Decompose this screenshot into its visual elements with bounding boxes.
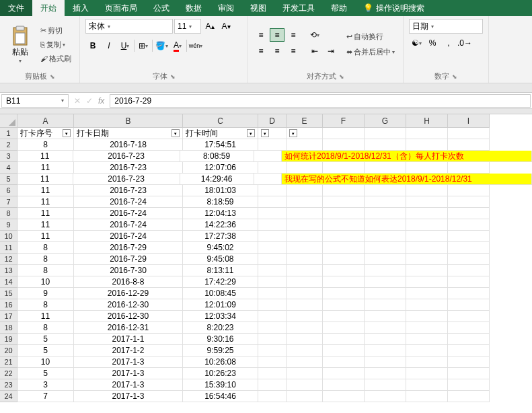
- increase-font-button[interactable]: A▴: [202, 20, 217, 33]
- cell[interactable]: [323, 299, 365, 311]
- cell[interactable]: 17:42:29: [183, 276, 258, 288]
- cell[interactable]: [365, 288, 406, 299]
- cell[interactable]: [448, 356, 490, 368]
- cell[interactable]: [406, 379, 448, 391]
- col-header-e[interactable]: E: [287, 114, 323, 128]
- row-header[interactable]: 9: [0, 219, 17, 231]
- cell[interactable]: 10: [17, 276, 74, 288]
- cell[interactable]: 11: [17, 231, 74, 242]
- cell[interactable]: [365, 345, 406, 356]
- cell[interactable]: ▾: [287, 128, 323, 139]
- cell[interactable]: [448, 322, 490, 334]
- align-right-button[interactable]: ≡: [286, 44, 301, 58]
- cell[interactable]: [258, 299, 287, 311]
- row-header[interactable]: 2: [0, 139, 17, 151]
- cell[interactable]: [323, 254, 365, 265]
- cell[interactable]: [258, 379, 287, 391]
- cell[interactable]: [258, 219, 287, 231]
- cell[interactable]: 2016-7-23: [73, 151, 180, 162]
- cell[interactable]: [448, 185, 490, 196]
- cell[interactable]: [254, 151, 282, 162]
- tab-file[interactable]: 文件: [0, 0, 32, 16]
- cell[interactable]: 8: [17, 139, 74, 151]
- cell[interactable]: [323, 356, 365, 368]
- phonetic-button[interactable]: wén▾: [188, 39, 203, 52]
- cell[interactable]: 8: [17, 254, 74, 265]
- accounting-format-button[interactable]: ☯▾: [409, 36, 424, 50]
- cell[interactable]: 17:27:38: [183, 231, 258, 242]
- cell[interactable]: [287, 334, 323, 345]
- cell[interactable]: [365, 242, 406, 254]
- cell[interactable]: 11: [17, 185, 74, 196]
- filter-button[interactable]: ▾: [261, 129, 269, 137]
- row-header[interactable]: 21: [0, 356, 17, 368]
- align-top-button[interactable]: ≡: [254, 28, 268, 42]
- cell[interactable]: [287, 208, 323, 219]
- tab-formula[interactable]: 公式: [145, 0, 178, 16]
- cell[interactable]: [365, 254, 406, 265]
- cell[interactable]: 17:54:51: [183, 139, 258, 151]
- cell[interactable]: 11: [17, 196, 74, 208]
- cell[interactable]: [448, 219, 490, 231]
- cell[interactable]: 2016-7-23: [74, 185, 183, 196]
- cell[interactable]: [448, 242, 490, 254]
- cell[interactable]: [258, 391, 287, 402]
- cell[interactable]: [448, 368, 490, 379]
- cell[interactable]: [406, 254, 448, 265]
- increase-decimal-button[interactable]: .0→: [457, 36, 472, 50]
- bold-button[interactable]: B: [85, 39, 100, 52]
- cell[interactable]: [323, 288, 365, 299]
- cell[interactable]: [365, 162, 406, 174]
- paste-button[interactable]: 粘贴 ▾: [5, 24, 35, 65]
- cell[interactable]: [287, 139, 323, 151]
- cell[interactable]: 9: [17, 288, 74, 299]
- cell[interactable]: [258, 356, 287, 368]
- col-header-c[interactable]: C: [183, 114, 258, 128]
- cell[interactable]: 2017-1-3: [74, 391, 183, 402]
- cell[interactable]: [406, 219, 448, 231]
- cell[interactable]: [323, 242, 365, 254]
- cell[interactable]: 2017-1-1: [74, 334, 183, 345]
- cell[interactable]: 11: [17, 219, 74, 231]
- cell[interactable]: [365, 322, 406, 334]
- cell[interactable]: 7: [17, 391, 74, 402]
- cell[interactable]: [323, 379, 365, 391]
- cell[interactable]: 14:22:36: [183, 219, 258, 231]
- cell[interactable]: [287, 276, 323, 288]
- cell[interactable]: [323, 276, 365, 288]
- cell[interactable]: [258, 196, 287, 208]
- cell[interactable]: [406, 231, 448, 242]
- cell[interactable]: [323, 128, 365, 139]
- cell[interactable]: [258, 231, 287, 242]
- cell[interactable]: 11: [17, 208, 74, 219]
- cell[interactable]: [258, 322, 287, 334]
- cell[interactable]: [448, 299, 490, 311]
- cell[interactable]: 8: [17, 242, 74, 254]
- cell[interactable]: [365, 185, 406, 196]
- merge-center-button[interactable]: ⬌合并后居中▾: [344, 46, 397, 59]
- cell[interactable]: [287, 322, 323, 334]
- format-painter-button[interactable]: 🖌格式刷: [38, 52, 74, 65]
- cell[interactable]: [406, 265, 448, 276]
- cell[interactable]: [258, 208, 287, 219]
- cell[interactable]: [323, 334, 365, 345]
- cell[interactable]: 8: [17, 299, 74, 311]
- cell[interactable]: [258, 242, 287, 254]
- cell[interactable]: [406, 208, 448, 219]
- cell[interactable]: [448, 391, 490, 402]
- filter-button[interactable]: ▾: [63, 129, 71, 137]
- cell[interactable]: [287, 311, 323, 322]
- cell[interactable]: [287, 162, 323, 174]
- cell[interactable]: [323, 368, 365, 379]
- cell[interactable]: [287, 345, 323, 356]
- row-header[interactable]: 24: [0, 391, 17, 402]
- cell[interactable]: [258, 276, 287, 288]
- fill-color-button[interactable]: 🪣▾: [154, 39, 169, 52]
- col-header-g[interactable]: G: [365, 114, 406, 128]
- cell[interactable]: [323, 391, 365, 402]
- cell[interactable]: [406, 322, 448, 334]
- cell[interactable]: [365, 196, 406, 208]
- underline-button[interactable]: U▾: [118, 39, 132, 52]
- cell[interactable]: [258, 288, 287, 299]
- cell[interactable]: [287, 265, 323, 276]
